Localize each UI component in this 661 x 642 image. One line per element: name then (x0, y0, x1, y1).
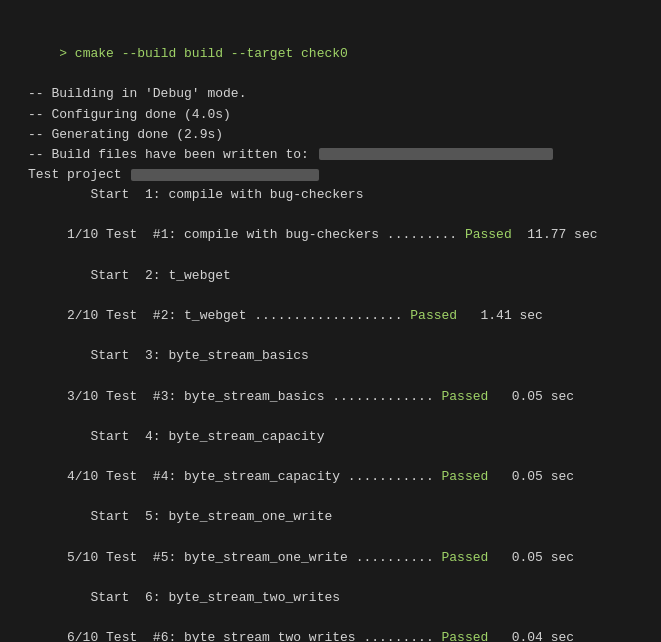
command-line: > cmake --build build --target check0 (28, 24, 661, 84)
info-line-2: -- Configuring done (4.0s) (28, 105, 661, 125)
test-line-4: 4/10 Test #4: byte_stream_capacity .....… (28, 447, 661, 507)
test-num-5: 5/10 Test #5: byte_stream_one_write ....… (59, 550, 441, 565)
test-status-4: Passed (441, 469, 488, 484)
start-line-4: Start 4: byte_stream_capacity (28, 427, 661, 447)
terminal-window: > cmake --build build --target check0 --… (14, 12, 661, 642)
info-line-1: -- Building in 'Debug' mode. (28, 84, 661, 104)
test-line-3: 3/10 Test #3: byte_stream_basics .......… (28, 366, 661, 426)
test-status-2: Passed (410, 308, 457, 323)
command-text: cmake --build build --target check0 (75, 46, 348, 61)
test-time-5: 0.05 sec (488, 550, 574, 565)
prompt: > (59, 46, 75, 61)
info-line-5: Test project (28, 165, 661, 185)
test-line-5: 5/10 Test #5: byte_stream_one_write ....… (28, 528, 661, 588)
test-line-1: 1/10 Test #1: compile with bug-checkers … (28, 205, 661, 265)
test-status-6: Passed (441, 630, 488, 642)
test-time-6: 0.04 sec (488, 630, 574, 642)
test-num-3: 3/10 Test #3: byte_stream_basics .......… (59, 389, 441, 404)
start-line-5: Start 5: byte_stream_one_write (28, 507, 661, 527)
test-status-5: Passed (441, 550, 488, 565)
redacted-path-2 (131, 169, 318, 181)
test-time-4: 0.05 sec (488, 469, 574, 484)
test-num-6: 6/10 Test #6: byte_stream_two_writes ...… (59, 630, 441, 642)
test-time-1: 11.77 sec (512, 227, 598, 242)
test-num-4: 4/10 Test #4: byte_stream_capacity .....… (59, 469, 441, 484)
test-line-6: 6/10 Test #6: byte_stream_two_writes ...… (28, 608, 661, 642)
test-line-2: 2/10 Test #2: t_webget .................… (28, 286, 661, 346)
test-status-1: Passed (465, 227, 512, 242)
start-line-2: Start 2: t_webget (28, 266, 661, 286)
test-num-2: 2/10 Test #2: t_webget .................… (59, 308, 410, 323)
test-time-3: 0.05 sec (488, 389, 574, 404)
test-time-2: 1.41 sec (457, 308, 543, 323)
redacted-path-1 (319, 148, 553, 160)
info-line-3: -- Generating done (2.9s) (28, 125, 661, 145)
test-status-3: Passed (441, 389, 488, 404)
start-line-1: Start 1: compile with bug-checkers (28, 185, 661, 205)
info-line-4: -- Build files have been written to: (28, 145, 661, 165)
start-line-3: Start 3: byte_stream_basics (28, 346, 661, 366)
start-line-6: Start 6: byte_stream_two_writes (28, 588, 661, 608)
test-num-1: 1/10 Test #1: compile with bug-checkers … (59, 227, 465, 242)
